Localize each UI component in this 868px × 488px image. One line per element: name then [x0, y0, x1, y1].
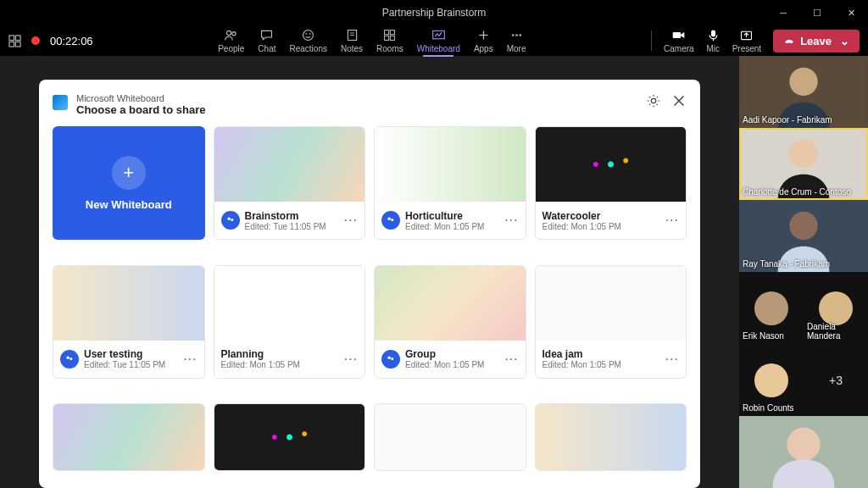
- board-more-button[interactable]: ···: [183, 352, 197, 367]
- hangup-icon: [783, 35, 795, 47]
- svg-point-4: [227, 30, 231, 35]
- board-thumbnail: [375, 127, 526, 202]
- whiteboard-button[interactable]: Whiteboard: [417, 28, 460, 53]
- svg-point-8: [309, 33, 311, 35]
- notes-button[interactable]: Notes: [341, 28, 363, 53]
- whiteboard-picker-dialog: Microsoft Whiteboard Choose a board to s…: [39, 80, 700, 488]
- board-more-button[interactable]: ···: [504, 352, 518, 367]
- dialog-title: Choose a board to share: [76, 103, 637, 116]
- board-name: Planning: [221, 348, 339, 360]
- leave-button[interactable]: Leave ⌄: [773, 30, 860, 53]
- whiteboard-card[interactable]: [53, 403, 205, 471]
- participant-tile[interactable]: Ray Tanaka - Fabrikam: [739, 200, 868, 272]
- board-more-button[interactable]: ···: [665, 213, 679, 228]
- shared-icon: [60, 350, 79, 369]
- board-thumbnail: [214, 266, 365, 341]
- svg-point-21: [519, 34, 521, 36]
- overflow-count: +3: [829, 374, 843, 387]
- svg-rect-13: [391, 30, 395, 35]
- whiteboard-card[interactable]: Group Edited: Mon 1:05 PM ···: [374, 265, 526, 379]
- svg-point-20: [515, 34, 518, 36]
- whiteboard-card[interactable]: Brainstorm Edited: Tue 11:05 PM ···: [214, 126, 366, 240]
- whiteboard-card[interactable]: Horticulture Edited: Mon 1:05 PM ···: [374, 126, 526, 240]
- whiteboard-card[interactable]: [535, 403, 687, 471]
- board-name: Idea jam: [542, 348, 660, 360]
- svg-rect-3: [15, 42, 20, 47]
- whiteboard-logo-icon: [53, 95, 68, 110]
- svg-rect-22: [673, 32, 681, 38]
- board-thumbnail: [536, 266, 687, 341]
- participant-tile[interactable]: [739, 416, 868, 488]
- camera-button[interactable]: Camera: [664, 28, 694, 53]
- participant-tile[interactable]: Erik Nason: [739, 272, 804, 344]
- whiteboard-card[interactable]: Idea jam Edited: Mon 1:05 PM ···: [535, 265, 687, 379]
- whiteboard-card[interactable]: [374, 403, 526, 471]
- svg-point-41: [789, 212, 817, 240]
- shared-icon: [221, 211, 240, 230]
- titlebar: Partnership Brainstorm ─ ☐ ✕: [0, 0, 868, 25]
- board-more-button[interactable]: ···: [344, 213, 358, 228]
- people-icon: [224, 28, 238, 42]
- rooms-button[interactable]: Rooms: [376, 28, 403, 53]
- recording-indicator-icon: [31, 36, 40, 45]
- dialog-product-name: Microsoft Whiteboard: [76, 93, 637, 103]
- avatar: [754, 363, 788, 397]
- participant-tile[interactable]: Robin Counts: [739, 344, 804, 416]
- board-more-button[interactable]: ···: [504, 213, 518, 228]
- participant-name: Charlotte de Crum - Contoso: [743, 187, 851, 197]
- board-name: User testing: [84, 348, 178, 360]
- board-more-button[interactable]: ···: [344, 352, 358, 367]
- board-more-button[interactable]: ···: [665, 352, 679, 367]
- whiteboard-card[interactable]: User testing Edited: Tue 11:05 PM ···: [53, 265, 205, 379]
- plus-icon: +: [112, 156, 146, 190]
- gallery-icon[interactable]: [8, 35, 21, 47]
- chat-button[interactable]: Chat: [258, 28, 275, 53]
- svg-rect-12: [385, 30, 389, 35]
- board-name: Brainstorm: [245, 210, 339, 222]
- new-whiteboard-button[interactable]: + New Whiteboard: [53, 126, 205, 240]
- board-thumbnail: [375, 266, 526, 341]
- participant-name: Aadi Kapoor - Fabrikam: [743, 115, 832, 125]
- svg-point-39: [789, 140, 817, 168]
- notes-icon: [345, 28, 359, 42]
- whiteboard-card[interactable]: Watercooler Edited: Mon 1:05 PM ···: [535, 126, 687, 240]
- svg-point-34: [387, 356, 391, 359]
- overflow-participants[interactable]: +3: [804, 344, 868, 416]
- close-window-button[interactable]: ✕: [834, 0, 868, 25]
- participant-tile[interactable]: Charlotte de Crum - Contoso: [739, 128, 868, 200]
- reactions-button[interactable]: Reactions: [289, 28, 326, 53]
- participant-tile[interactable]: Daniela Mandera: [804, 272, 868, 344]
- board-name: Watercooler: [542, 210, 660, 222]
- participant-tile[interactable]: Aadi Kapoor - Fabrikam: [739, 56, 868, 128]
- svg-rect-2: [9, 42, 14, 47]
- board-thumbnail: [53, 266, 204, 341]
- participant-name: Daniela Mandera: [807, 322, 868, 341]
- apps-button[interactable]: Apps: [474, 28, 493, 53]
- more-button[interactable]: More: [507, 28, 526, 53]
- participant-name: Ray Tanaka - Fabrikam: [743, 259, 830, 269]
- participant-name: Robin Counts: [743, 403, 794, 413]
- close-icon[interactable]: [671, 93, 687, 108]
- svg-point-25: [651, 98, 655, 103]
- whiteboard-icon: [431, 28, 446, 42]
- shared-icon: [381, 350, 400, 369]
- svg-rect-14: [385, 36, 389, 40]
- window-title: Partnership Brainstorm: [382, 7, 487, 19]
- whiteboard-card[interactable]: Planning Edited: Mon 1:05 PM ···: [214, 265, 366, 379]
- maximize-button[interactable]: ☐: [800, 0, 834, 25]
- svg-point-6: [303, 30, 314, 41]
- whiteboard-card[interactable]: [214, 403, 366, 471]
- svg-point-19: [512, 34, 515, 36]
- svg-point-28: [227, 217, 231, 220]
- call-timer: 00:22:06: [50, 35, 93, 47]
- settings-icon[interactable]: [646, 93, 661, 108]
- svg-point-31: [391, 219, 393, 221]
- board-meta: Edited: Mon 1:05 PM: [542, 222, 660, 231]
- mic-button[interactable]: Mic: [706, 28, 721, 53]
- people-button[interactable]: People: [218, 28, 244, 53]
- reactions-icon: [301, 28, 315, 42]
- board-thumbnail: [53, 404, 204, 470]
- present-button[interactable]: Present: [732, 28, 761, 53]
- minimize-button[interactable]: ─: [766, 0, 800, 25]
- board-thumbnail: [375, 404, 526, 470]
